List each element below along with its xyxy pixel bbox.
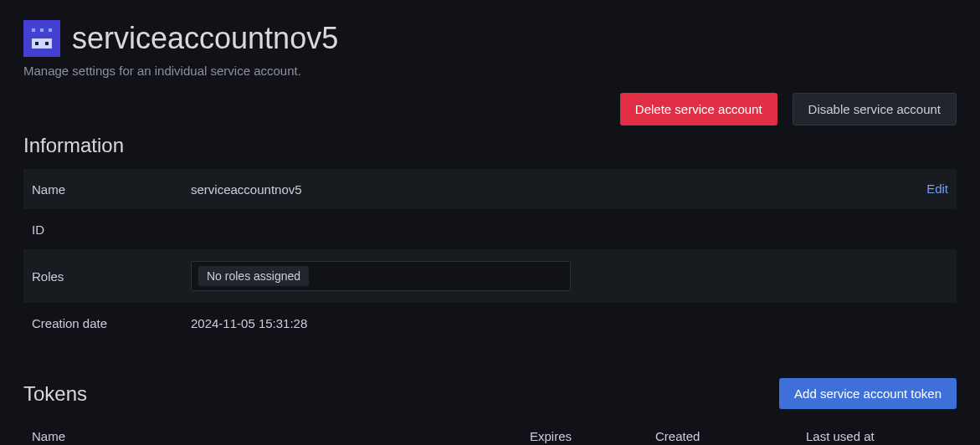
svg-rect-2 xyxy=(49,28,52,32)
information-section-title: Information xyxy=(23,134,957,157)
name-label: Name xyxy=(32,182,191,197)
info-row-roles: Roles No roles assigned xyxy=(23,249,957,303)
tokens-col-last-used: Last used at xyxy=(806,429,948,443)
tokens-col-created: Created xyxy=(655,429,806,443)
info-row-name: Name serviceaccountnov5 Edit xyxy=(23,169,957,209)
no-roles-chip: No roles assigned xyxy=(198,266,309,286)
info-row-id: ID xyxy=(23,209,957,249)
creation-date-label: Creation date xyxy=(32,316,191,330)
tokens-col-expires: Expires xyxy=(530,429,655,443)
svg-rect-3 xyxy=(32,38,52,49)
add-service-account-token-button[interactable]: Add service account token xyxy=(779,378,957,409)
id-label: ID xyxy=(32,222,191,237)
tokens-col-name: Name xyxy=(32,429,530,443)
tokens-section-title: Tokens xyxy=(23,382,87,406)
svg-rect-0 xyxy=(32,28,35,32)
roles-input[interactable]: No roles assigned xyxy=(191,261,571,291)
information-table: Name serviceaccountnov5 Edit ID Roles No… xyxy=(23,169,957,343)
svg-rect-5 xyxy=(45,42,49,45)
creation-date-value: 2024-11-05 15:31:28 xyxy=(191,316,948,330)
info-row-creation-date: Creation date 2024-11-05 15:31:28 xyxy=(23,303,957,343)
page-title: serviceaccountnov5 xyxy=(72,21,338,56)
roles-label: Roles xyxy=(32,269,191,284)
disable-service-account-button[interactable]: Disable service account xyxy=(793,93,957,125)
edit-name-link[interactable]: Edit xyxy=(926,182,948,196)
page-subtitle: Manage settings for an individual servic… xyxy=(23,64,957,78)
delete-service-account-button[interactable]: Delete service account xyxy=(620,93,777,125)
name-value: serviceaccountnov5 xyxy=(191,182,926,197)
tokens-table-header: Name Expires Created Last used at xyxy=(23,422,957,445)
svg-rect-1 xyxy=(40,28,44,32)
svg-rect-4 xyxy=(35,42,38,45)
service-account-avatar-icon xyxy=(23,20,60,57)
